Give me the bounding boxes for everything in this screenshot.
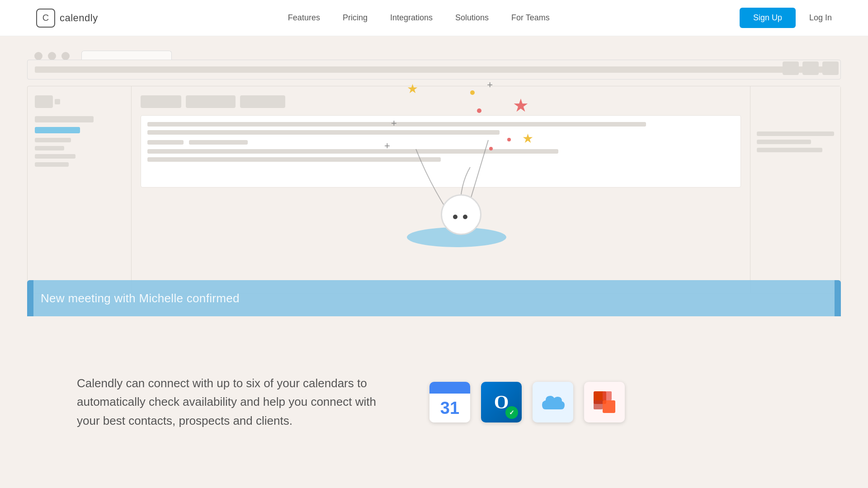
mock-sidebar — [28, 86, 132, 293]
nav-actions: Sign Up Log In — [740, 8, 832, 28]
calendar-icons: 31 O ✓ — [429, 382, 625, 422]
svg-rect-4 — [603, 391, 612, 400]
notification-text: New meeting with Michelle confirmed — [41, 291, 240, 305]
mock-content-block-1 — [141, 115, 741, 188]
mock-content-line-2 — [147, 130, 500, 135]
icloud-icon — [533, 382, 573, 422]
mock-content-line-1 — [147, 122, 646, 127]
bottom-description: Calendly can connect with up to six of y… — [77, 374, 393, 431]
login-button[interactable]: Log In — [809, 13, 832, 23]
notification-banner: New meeting with Michelle confirmed — [27, 280, 841, 316]
mock-right-line-1 — [757, 131, 834, 136]
mock-dropdown — [35, 95, 124, 108]
mock-actions-bar — [783, 61, 839, 75]
logo-text: calendly — [60, 12, 98, 24]
mock-action-icon-2 — [802, 61, 819, 75]
mock-action-icon-3 — [822, 61, 839, 75]
svg-rect-2 — [603, 400, 615, 413]
mock-right-line-2 — [757, 140, 811, 144]
logo[interactable]: C calendly — [36, 9, 98, 28]
mock-right-line-3 — [757, 148, 822, 152]
mock-sidebar-active-item — [35, 127, 80, 133]
notif-right-accent — [835, 280, 841, 316]
mock-sidebar-line-2 — [35, 138, 71, 142]
main-content: New meeting with Michelle confirmed ★ ★ … — [0, 36, 868, 488]
nav-solutions[interactable]: Solutions — [455, 13, 489, 23]
mock-content-subrow — [147, 140, 734, 145]
mock-main — [132, 86, 750, 293]
bottom-section: Calendly can connect with up to six of y… — [0, 316, 868, 488]
gcal-top-bar — [429, 382, 470, 394]
bottom-text: Calendly can connect with up to six of y… — [77, 374, 393, 431]
mock-content-sub-1 — [147, 140, 184, 145]
mock-toolbar — [141, 95, 741, 108]
mock-right-panel — [750, 86, 840, 293]
mock-sidebar-line-3 — [35, 146, 64, 150]
mock-tab-dot-1 — [34, 52, 42, 60]
notif-left-accent — [27, 280, 33, 316]
mock-sidebar-line-5 — [35, 162, 69, 167]
nav-pricing[interactable]: Pricing — [343, 13, 368, 23]
svg-rect-3 — [594, 400, 603, 409]
mock-action-icon-1 — [783, 61, 799, 75]
mock-tab-dot-3 — [61, 52, 70, 60]
mock-content-sub-2 — [189, 140, 248, 145]
mock-toolbar-btn-1 — [141, 95, 181, 108]
signup-button[interactable]: Sign Up — [740, 8, 796, 28]
mock-panel — [27, 86, 841, 294]
nav-links: Features Pricing Integrations Solutions … — [288, 13, 550, 23]
mock-addressbar — [27, 60, 841, 80]
outlook-check-badge: ✓ — [505, 406, 518, 419]
nav-for-teams[interactable]: For Teams — [511, 13, 550, 23]
google-calendar-icon: 31 — [429, 382, 470, 422]
logo-icon: C — [36, 9, 55, 28]
office365-svg — [590, 388, 619, 417]
mock-tab-dot-2 — [48, 52, 56, 60]
mock-sidebar-line-4 — [35, 154, 75, 159]
mock-sidebar-line-1 — [35, 116, 94, 122]
nav-features[interactable]: Features — [288, 13, 320, 23]
outlook-icon: O ✓ — [481, 382, 522, 422]
nav-integrations[interactable]: Integrations — [390, 13, 433, 23]
gcal-number: 31 — [429, 394, 470, 422]
icloud-svg — [538, 392, 567, 412]
mock-toolbar-btn-3 — [240, 95, 285, 108]
office365-icon — [584, 382, 625, 422]
navbar: C calendly Features Pricing Integrations… — [0, 0, 868, 36]
ui-mockup: New meeting with Michelle confirmed — [0, 36, 868, 316]
mock-toolbar-btn-2 — [186, 95, 236, 108]
